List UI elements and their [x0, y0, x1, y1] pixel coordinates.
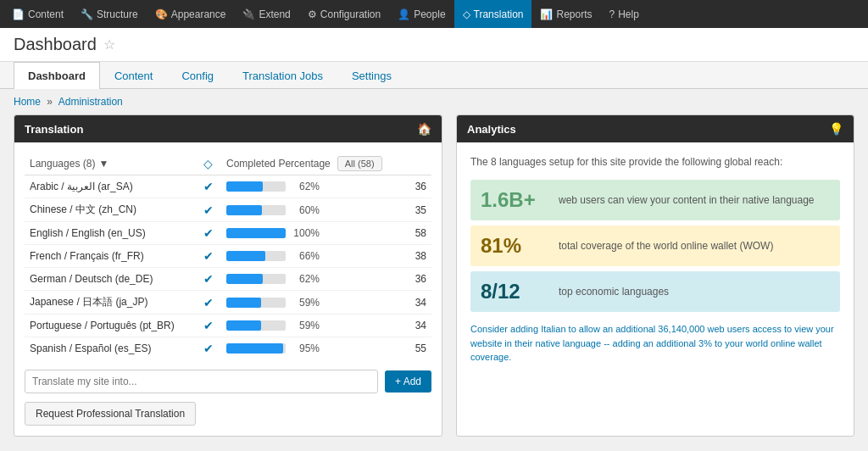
- stat-economic-desc: top economic languages: [559, 285, 669, 299]
- check-icon: ✔: [203, 342, 214, 355]
- lang-check-cell[interactable]: ✔: [198, 268, 221, 291]
- lang-check-cell[interactable]: ✔: [198, 245, 221, 268]
- progress-bar: [226, 343, 283, 354]
- translation-panel-title: Translation: [25, 123, 83, 136]
- pct-text: 62%: [292, 181, 320, 192]
- count-text: 55: [408, 337, 431, 360]
- star-icon[interactable]: ☆: [103, 36, 115, 53]
- people-icon: 👤: [398, 8, 410, 20]
- progress-bar-container: [226, 274, 286, 284]
- stat-reach: 1.6B+ web users can view your content in…: [470, 180, 840, 220]
- content-icon: 📄: [12, 8, 25, 20]
- nav-translation[interactable]: ◇ Translation: [454, 0, 532, 28]
- translation-icon: ◇: [463, 8, 470, 20]
- count-text: 58: [408, 222, 431, 245]
- progress-bar: [226, 298, 261, 308]
- pct-text: 60%: [292, 204, 320, 216]
- translate-input[interactable]: [25, 370, 378, 393]
- check-icon: ✔: [203, 180, 214, 193]
- lang-name-cell: Chinese / 中文 (zh_CN): [25, 198, 198, 222]
- analytics-intro: The 8 languages setup for this site prov…: [470, 156, 840, 168]
- lang-name-cell: French / Français (fr_FR): [25, 245, 198, 268]
- translate-input-row: + Add: [25, 370, 431, 393]
- lang-progress-cell: 62%: [221, 268, 408, 291]
- table-row: German / Deutsch (de_DE) ✔ 62% 36: [25, 268, 431, 291]
- stat-reach-value: 1.6B+: [481, 188, 548, 212]
- tab-content[interactable]: Content: [100, 62, 168, 89]
- count-text: 34: [408, 291, 431, 315]
- request-professional-translation-button[interactable]: Request Professional Translation: [25, 402, 196, 426]
- progress-bar-container: [226, 343, 286, 354]
- lang-name-cell: Spanish / Español (es_ES): [25, 337, 198, 360]
- nav-extend[interactable]: 🔌 Extend: [234, 0, 298, 28]
- nav-appearance[interactable]: 🎨 Appearance: [147, 0, 235, 28]
- lang-name-cell: Arabic / العربية (ar_SA): [25, 175, 198, 198]
- tab-translation-jobs[interactable]: Translation Jobs: [228, 62, 337, 89]
- breadcrumb-home[interactable]: Home: [14, 96, 41, 108]
- progress-bar-container: [226, 205, 286, 215]
- tab-config[interactable]: Config: [167, 62, 228, 89]
- lang-progress-cell: 62%: [221, 175, 408, 198]
- reports-icon: 📊: [540, 8, 553, 20]
- nav-content[interactable]: 📄 Content: [3, 0, 72, 28]
- progress-bar: [226, 320, 261, 331]
- col-header-completed: Completed Percentage All (58): [221, 153, 408, 175]
- progress-bar: [226, 274, 263, 284]
- col-header-count: [408, 153, 431, 175]
- count-text: 38: [408, 245, 431, 268]
- lang-check-cell[interactable]: ✔: [198, 198, 221, 222]
- analytics-note: Consider adding Italian to allow an addi…: [470, 322, 840, 365]
- stat-economic: 8/12 top economic languages: [470, 271, 840, 312]
- nav-structure[interactable]: 🔧 Structure: [72, 0, 147, 28]
- stat-wallet: 81% total coverage of the world online w…: [470, 226, 840, 266]
- tab-settings[interactable]: Settings: [337, 62, 406, 89]
- table-row: Portuguese / Português (pt_BR) ✔ 59% 34: [25, 315, 431, 337]
- lang-check-cell[interactable]: ✔: [198, 175, 221, 198]
- lang-check-cell[interactable]: ✔: [198, 222, 221, 245]
- pct-text: 59%: [292, 320, 320, 331]
- help-icon: ?: [609, 8, 615, 20]
- check-icon: ✔: [203, 319, 214, 332]
- count-text: 36: [408, 268, 431, 291]
- configuration-icon: ⚙: [308, 8, 317, 20]
- lang-check-cell[interactable]: ✔: [198, 291, 221, 315]
- lang-progress-cell: 100%: [221, 222, 408, 245]
- translation-panel-icon: 🏠: [417, 122, 431, 136]
- pct-text: 66%: [292, 250, 320, 262]
- pct-text: 95%: [292, 342, 320, 354]
- sort-icon: ▼: [98, 158, 108, 170]
- col-header-translate-icon: ◇: [198, 153, 221, 175]
- all-filter-badge[interactable]: All (58): [337, 156, 382, 171]
- progress-bar: [226, 181, 263, 192]
- table-row: Japanese / 日本語 (ja_JP) ✔ 59% 34: [25, 291, 431, 315]
- stat-wallet-desc: total coverage of the world online walle…: [559, 239, 773, 253]
- lang-progress-cell: 60%: [221, 198, 408, 222]
- main-content: Translation 🏠 Languages (8) ▼ ◇: [0, 114, 868, 450]
- col-header-languages[interactable]: Languages (8) ▼: [25, 153, 198, 175]
- lang-name-cell: German / Deutsch (de_DE): [25, 268, 198, 291]
- check-icon: ✔: [203, 272, 214, 286]
- lang-check-cell[interactable]: ✔: [198, 337, 221, 360]
- nav-reports[interactable]: 📊 Reports: [531, 0, 600, 28]
- nav-people[interactable]: 👤 People: [389, 0, 453, 28]
- progress-bar-container: [226, 298, 286, 308]
- tab-dashboard[interactable]: Dashboard: [14, 62, 100, 89]
- structure-icon: 🔧: [81, 8, 93, 20]
- check-icon: ✔: [203, 296, 214, 309]
- languages-table: Languages (8) ▼ ◇ Completed Percentage A…: [25, 153, 431, 359]
- count-text: 35: [408, 198, 431, 222]
- breadcrumb-admin[interactable]: Administration: [58, 96, 123, 108]
- add-button[interactable]: + Add: [385, 370, 431, 393]
- stat-wallet-value: 81%: [481, 234, 548, 258]
- progress-bar: [226, 228, 286, 238]
- lang-progress-cell: 66%: [221, 245, 408, 268]
- nav-configuration[interactable]: ⚙ Configuration: [299, 0, 389, 28]
- stat-reach-desc: web users can view your content in their…: [559, 193, 815, 208]
- check-icon: ✔: [203, 249, 214, 263]
- lang-check-cell[interactable]: ✔: [198, 315, 221, 337]
- progress-bar-container: [226, 228, 286, 238]
- nav-help[interactable]: ? Help: [601, 0, 648, 28]
- table-row: French / Français (fr_FR) ✔ 66% 38: [25, 245, 431, 268]
- table-row: Chinese / 中文 (zh_CN) ✔ 60% 35: [25, 198, 431, 222]
- lang-progress-cell: 95%: [221, 337, 408, 360]
